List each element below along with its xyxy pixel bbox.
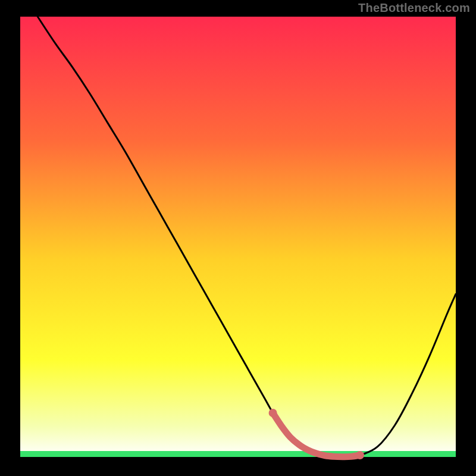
plot-background xyxy=(20,17,456,457)
highlight-end-dot xyxy=(356,451,364,459)
optimal-band xyxy=(20,451,456,457)
chart-stage: TheBottleneck.com xyxy=(0,0,476,476)
bottleneck-chart xyxy=(0,0,476,476)
watermark-text: TheBottleneck.com xyxy=(358,1,470,15)
highlight-start-dot xyxy=(269,409,277,417)
